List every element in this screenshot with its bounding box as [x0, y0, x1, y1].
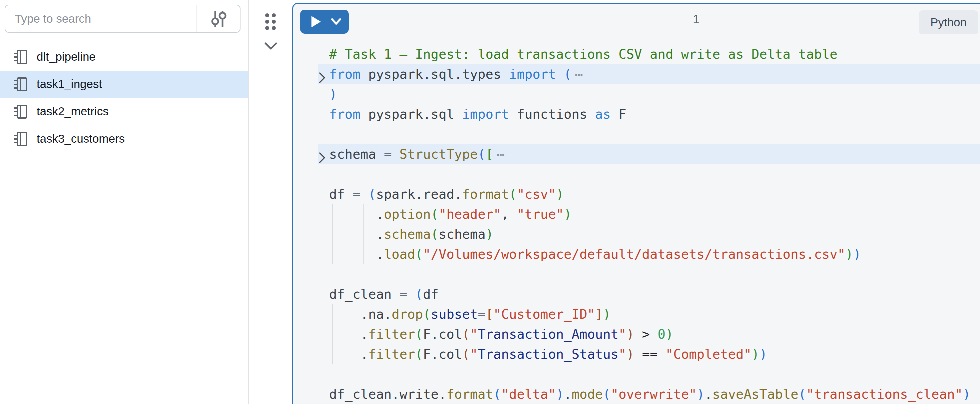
- code-line[interactable]: .schema(schema): [294, 224, 980, 244]
- code-line[interactable]: [294, 125, 980, 144]
- code-line[interactable]: df_clean = (df: [294, 284, 980, 304]
- run-options-dropdown-button[interactable]: [327, 10, 349, 34]
- sidebar-item-label: task2_metrics: [37, 105, 108, 118]
- run-cell-button[interactable]: [300, 10, 327, 34]
- sliders-icon: [210, 9, 227, 29]
- code-line[interactable]: from pyspark.sql.types import (…: [294, 64, 980, 84]
- databricks-workspace: dlt_pipeline task1_ingest task2_metrics …: [0, 0, 980, 404]
- code-line[interactable]: .na.drop(subset=["Customer_ID"]): [294, 304, 980, 324]
- code-line[interactable]: .load("/Volumes/workspace/default/datase…: [294, 244, 980, 264]
- chevron-down-icon: [331, 18, 341, 26]
- notebook-icon: [13, 49, 29, 65]
- sidebar-item-task1_ingest[interactable]: task1_ingest: [0, 71, 248, 98]
- code-line[interactable]: [294, 164, 980, 184]
- language-badge[interactable]: Python: [919, 10, 978, 34]
- sidebar-item-task2_metrics[interactable]: task2_metrics: [0, 98, 248, 125]
- code-line[interactable]: schema = StructType([…: [294, 144, 980, 164]
- play-icon: [310, 15, 321, 28]
- drag-handle-icon[interactable]: [263, 12, 279, 33]
- search-input[interactable]: [5, 5, 197, 32]
- cell-number: 1: [676, 12, 716, 26]
- code-line[interactable]: # Task 1 — Ingest: load transactions CSV…: [294, 44, 980, 64]
- code-editor[interactable]: # Task 1 — Ingest: load transactions CSV…: [294, 44, 980, 404]
- code-line[interactable]: .filter(F.col("Transaction_Status") == "…: [294, 344, 980, 364]
- sidebar-item-dlt_pipeline[interactable]: dlt_pipeline: [0, 43, 248, 71]
- sidebar-item-label: task3_customers: [37, 132, 125, 145]
- sidebar-item-task3_customers[interactable]: task3_customers: [0, 125, 248, 153]
- chevron-down-icon: [264, 42, 278, 51]
- notebook-icon: [13, 131, 29, 147]
- code-line[interactable]: df_clean.write.format("delta").mode("ove…: [294, 384, 980, 404]
- notebook-list: dlt_pipeline task1_ingest task2_metrics …: [0, 43, 248, 153]
- code-line[interactable]: [294, 264, 980, 284]
- code-line[interactable]: ): [294, 84, 980, 104]
- search-box: [5, 5, 240, 33]
- code-line[interactable]: .filter(F.col("Transaction_Amount") > 0): [294, 324, 980, 344]
- collapse-cell-button[interactable]: [264, 42, 278, 52]
- code-line[interactable]: [294, 364, 980, 384]
- workspace-sidebar: dlt_pipeline task1_ingest task2_metrics …: [0, 0, 249, 404]
- sidebar-item-label: dlt_pipeline: [37, 50, 95, 63]
- code-line[interactable]: df = (spark.read.format("csv"): [294, 184, 980, 204]
- notebook-cell[interactable]: 1 Python # Task 1 — Ingest: load transac…: [292, 3, 980, 404]
- filter-button[interactable]: [197, 5, 240, 32]
- sidebar-item-label: task1_ingest: [37, 77, 102, 91]
- notebook-icon: [13, 104, 29, 120]
- cell-side-gutter: [250, 0, 292, 404]
- code-line[interactable]: from pyspark.sql import functions as F: [294, 104, 980, 125]
- code-line[interactable]: .option("header", "true"): [294, 204, 980, 224]
- run-button-group: [300, 10, 349, 34]
- notebook-icon: [13, 76, 29, 92]
